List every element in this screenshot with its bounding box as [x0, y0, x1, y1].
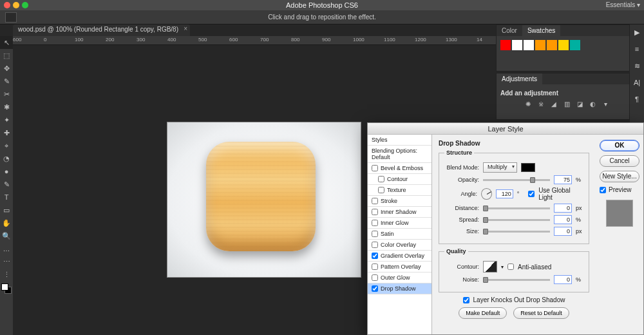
style-row-stroke[interactable]: Stroke: [368, 196, 431, 207]
tool-slot-13[interactable]: ▭: [0, 204, 13, 216]
opacity-slider[interactable]: [483, 179, 550, 181]
size-slider[interactable]: [483, 231, 550, 233]
noise-slider[interactable]: [483, 279, 550, 281]
tool-slot-6[interactable]: ✦: [0, 113, 13, 126]
spread-input[interactable]: 0: [554, 215, 572, 224]
size-input[interactable]: 0: [554, 227, 572, 236]
chevron-down-icon[interactable]: ▾: [501, 264, 504, 270]
panel-tab-icon[interactable]: ≋: [632, 62, 641, 71]
panel-tab-icon[interactable]: ≡: [632, 45, 641, 54]
tab-close-icon[interactable]: ×: [184, 25, 187, 32]
style-checkbox-covl[interactable]: [372, 242, 378, 248]
adjustment-icon[interactable]: ◪: [575, 100, 584, 108]
style-row-oglow[interactable]: Outer Glow: [368, 273, 431, 283]
style-row-texture[interactable]: Texture: [368, 185, 431, 196]
panel-tab-icon[interactable]: ▶: [632, 28, 641, 37]
panel-tab-icon[interactable]: A|: [632, 79, 641, 88]
zoom-icon[interactable]: [22, 2, 28, 8]
style-checkbox-ishad[interactable]: [372, 209, 378, 215]
knockout-checkbox[interactable]: [463, 297, 469, 303]
tool-slot-17[interactable]: ⋯: [0, 255, 13, 268]
fg-bg-swatch[interactable]: [1, 283, 12, 294]
preview-checkbox[interactable]: [600, 187, 606, 193]
tool-slot-9[interactable]: ◔: [0, 152, 13, 165]
adjustment-icon[interactable]: ◢: [549, 100, 558, 108]
style-row-povl[interactable]: Pattern Overlay: [368, 262, 431, 273]
tool-slot-5[interactable]: ✱: [0, 100, 13, 113]
style-checkbox-govl[interactable]: [372, 253, 378, 259]
adjustment-icon[interactable]: ▾: [601, 100, 610, 108]
shadow-color-swatch[interactable]: [521, 163, 535, 172]
tab-color[interactable]: Color: [497, 25, 522, 36]
styles-header[interactable]: Styles: [368, 135, 431, 146]
style-row-govl[interactable]: Gradient Overlay: [368, 251, 431, 262]
anti-aliased-checkbox[interactable]: [507, 263, 514, 270]
adjustment-icon[interactable]: ◐: [588, 100, 597, 108]
adjustment-icon[interactable]: ▥: [562, 100, 571, 108]
opacity-input[interactable]: 75: [554, 175, 572, 184]
reset-default-button[interactable]: Reset to Default: [513, 307, 569, 319]
swatch[interactable]: [547, 40, 557, 50]
style-checkbox-iglow[interactable]: [372, 220, 378, 226]
tool-slot-12[interactable]: T: [0, 191, 13, 204]
make-default-button[interactable]: Make Default: [459, 307, 507, 319]
workspace-selector[interactable]: Essentials ▾: [606, 0, 640, 10]
tool-slot-3[interactable]: ✎: [0, 75, 13, 88]
minimize-icon[interactable]: [13, 2, 19, 8]
noise-input[interactable]: 0: [554, 275, 572, 284]
style-row-covl[interactable]: Color Overlay: [368, 240, 431, 251]
style-row-iglow[interactable]: Inner Glow: [368, 218, 431, 229]
blend-mode-select[interactable]: Multiply: [483, 162, 517, 173]
tool-slot-4[interactable]: ✂: [0, 88, 13, 100]
style-checkbox-bevel[interactable]: [372, 165, 378, 171]
angle-dial[interactable]: [481, 188, 492, 200]
distance-slider[interactable]: [483, 207, 550, 209]
new-style-button[interactable]: New Style...: [600, 171, 639, 182]
tab-swatches[interactable]: Swatches: [522, 25, 560, 36]
style-row-satin[interactable]: Satin: [368, 229, 431, 240]
spread-slider[interactable]: [483, 219, 550, 221]
tab-adjustments[interactable]: Adjustments: [497, 73, 542, 84]
close-icon[interactable]: [4, 2, 10, 8]
tool-slot-16[interactable]: …: [0, 242, 13, 255]
style-checkbox-dshad[interactable]: [372, 285, 378, 292]
style-row-dshad[interactable]: Drop Shadow: [368, 283, 431, 294]
adjustment-icon[interactable]: ✺: [524, 100, 533, 108]
tool-slot-18[interactable]: ⋮: [0, 268, 13, 281]
style-checkbox-povl[interactable]: [372, 263, 378, 270]
cancel-button[interactable]: Cancel: [600, 155, 639, 167]
tool-slot-14[interactable]: ✋: [0, 216, 13, 229]
use-global-light-checkbox[interactable]: [528, 191, 535, 197]
blending-header[interactable]: Blending Options: Default: [368, 146, 431, 163]
tool-slot-7[interactable]: ✚: [0, 126, 13, 139]
style-checkbox-texture[interactable]: [378, 187, 384, 193]
tool-slot-8[interactable]: ⌖: [0, 139, 13, 152]
tool-slot-1[interactable]: ⬚: [0, 49, 13, 62]
style-checkbox-stroke[interactable]: [372, 198, 378, 204]
angle-input[interactable]: 120: [496, 189, 513, 198]
document-tab[interactable]: wood.psd @ 100% (Rounded Rectangle 1 cop…: [13, 24, 190, 36]
tool-slot-15[interactable]: 🔍: [0, 229, 13, 242]
swatch[interactable]: [535, 40, 545, 50]
tool-slot-0[interactable]: ↖: [0, 36, 13, 49]
panel-tab-icon[interactable]: ¶: [632, 95, 641, 104]
tool-slot-11[interactable]: ✎: [0, 178, 13, 191]
style-checkbox-satin[interactable]: [372, 231, 378, 237]
style-checkbox-contour[interactable]: [378, 176, 384, 182]
style-row-bevel[interactable]: Bevel & Emboss: [368, 163, 431, 174]
ok-button[interactable]: OK: [600, 140, 639, 151]
distance-input[interactable]: 0: [554, 204, 572, 213]
adjustment-icon[interactable]: ※: [536, 100, 545, 108]
swatch[interactable]: [512, 40, 522, 50]
swatch[interactable]: [570, 40, 580, 50]
tool-slot-2[interactable]: ✥: [0, 62, 13, 75]
color-swatches-panel: Color Swatches: [496, 24, 630, 72]
style-row-contour[interactable]: Contour: [368, 174, 431, 185]
swatch[interactable]: [558, 40, 569, 50]
tool-slot-10[interactable]: ●: [0, 165, 13, 178]
swatch[interactable]: [524, 40, 534, 50]
style-row-ishad[interactable]: Inner Shadow: [368, 207, 431, 218]
contour-picker[interactable]: [483, 261, 497, 273]
style-checkbox-oglow[interactable]: [372, 274, 378, 281]
swatch[interactable]: [500, 40, 511, 50]
